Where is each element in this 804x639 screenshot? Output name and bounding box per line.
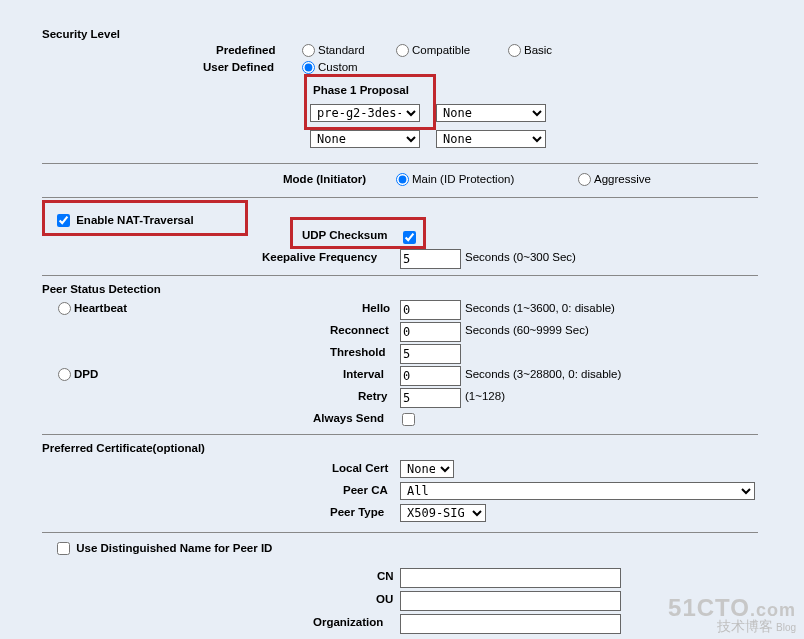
hello-input[interactable]: [400, 300, 461, 320]
hello-unit: Seconds (1~3600, 0: disable): [465, 302, 615, 314]
preferred-cert-heading: Preferred Certificate(optional): [42, 442, 205, 454]
local-cert-select[interactable]: None: [400, 460, 454, 478]
hello-label: Hello: [362, 302, 390, 314]
ou-input[interactable]: [400, 591, 621, 611]
user-defined-label: User Defined: [203, 61, 274, 73]
interval-input[interactable]: [400, 366, 461, 386]
udp-checksum-checkbox[interactable]: [403, 231, 416, 244]
udp-checksum-label: UDP Checksum: [302, 229, 387, 241]
phase1-title: Phase 1 Proposal: [313, 84, 409, 96]
heartbeat-radio[interactable]: Heartbeat: [58, 302, 127, 315]
proposal2-select[interactable]: None: [436, 104, 546, 122]
enable-nat-checkbox[interactable]: Enable NAT-Traversal: [57, 214, 194, 227]
watermark: 51CTO.com 技术博客 Blog: [668, 597, 796, 633]
interval-unit: Seconds (3~28800, 0: disable): [465, 368, 621, 380]
always-send-checkbox[interactable]: [402, 413, 415, 426]
peer-type-select[interactable]: X509-SIG: [400, 504, 486, 522]
peer-status-heading: Peer Status Detection: [42, 283, 161, 295]
dpd-radio[interactable]: DPD: [58, 368, 98, 381]
mode-label: Mode (Initiator): [283, 173, 366, 185]
retry-input[interactable]: [400, 388, 461, 408]
predefined-label: Predefined: [216, 44, 275, 56]
threshold-input[interactable]: [400, 344, 461, 364]
keepalive-label: Keepalive Frequency: [262, 251, 377, 263]
reconnect-input[interactable]: [400, 322, 461, 342]
proposal1-select[interactable]: pre-g2-3des-md5: [310, 104, 420, 122]
proposal4-select[interactable]: None: [436, 130, 546, 148]
compatible-radio[interactable]: Compatible: [396, 44, 470, 57]
keepalive-input[interactable]: [400, 249, 461, 269]
org-label: Organization: [313, 616, 383, 628]
local-cert-label: Local Cert: [332, 462, 388, 474]
custom-radio[interactable]: Custom: [302, 61, 358, 74]
keepalive-unit: Seconds (0~300 Sec): [465, 251, 576, 263]
reconnect-unit: Seconds (60~9999 Sec): [465, 324, 589, 336]
aggressive-radio[interactable]: Aggressive: [578, 173, 651, 186]
retry-label: Retry: [358, 390, 387, 402]
threshold-label: Threshold: [330, 346, 386, 358]
security-level-heading: Security Level: [42, 28, 120, 40]
cn-input[interactable]: [400, 568, 621, 588]
basic-radio[interactable]: Basic: [508, 44, 552, 57]
standard-radio[interactable]: Standard: [302, 44, 365, 57]
use-dn-checkbox[interactable]: Use Distinguished Name for Peer ID: [57, 542, 272, 555]
cn-label: CN: [377, 570, 394, 582]
always-send-label: Always Send: [313, 412, 384, 424]
main-mode-radio[interactable]: Main (ID Protection): [396, 173, 514, 186]
peer-ca-select[interactable]: All: [400, 482, 755, 500]
retry-unit: (1~128): [465, 390, 505, 402]
ou-label: OU: [376, 593, 393, 605]
proposal3-select[interactable]: None: [310, 130, 420, 148]
interval-label: Interval: [343, 368, 384, 380]
org-input[interactable]: [400, 614, 621, 634]
reconnect-label: Reconnect: [330, 324, 389, 336]
peer-type-label: Peer Type: [330, 506, 384, 518]
peer-ca-label: Peer CA: [343, 484, 388, 496]
